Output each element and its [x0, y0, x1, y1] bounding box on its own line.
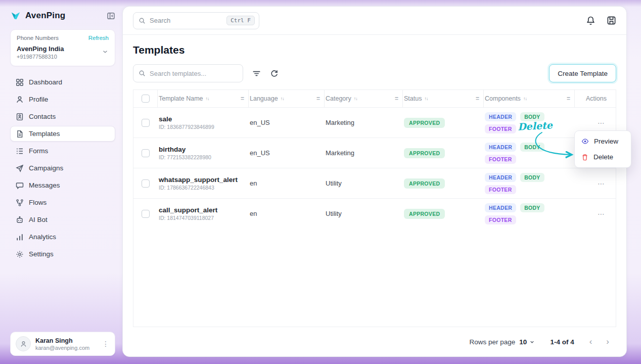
row-actions-icon[interactable]: ⋯ — [575, 179, 616, 188]
sidebar-item-dashboard[interactable]: Dashboard — [10, 74, 115, 90]
template-name: birthday — [159, 146, 245, 153]
sort-icon[interactable]: ↑↓ — [206, 96, 209, 101]
dashboard-icon — [16, 78, 24, 86]
row-checkbox[interactable] — [142, 179, 150, 188]
sidebar-item-analytics[interactable]: Analytics — [10, 229, 115, 245]
status-badge: APPROVED — [404, 178, 445, 189]
template-name: sale — [159, 115, 245, 123]
template-category: Utility — [325, 179, 403, 187]
column-header-template-name[interactable]: Template Name ↑↓ = — [158, 90, 249, 107]
sidebar-item-ai-bot[interactable]: AI Bot — [10, 212, 115, 228]
column-header-language[interactable]: Language ↑↓ = — [249, 90, 325, 107]
main-panel: Ctrl F Templates — [122, 6, 627, 357]
chevron-down-icon — [529, 339, 535, 345]
sidebar-collapse-icon[interactable] — [107, 12, 115, 20]
notifications-bell-icon[interactable] — [586, 16, 596, 25]
avatar — [16, 336, 31, 351]
account-selector[interactable]: AvenPing India +919877588310 — [17, 45, 109, 60]
column-handle-icon[interactable]: = — [395, 95, 398, 102]
sidebar: AvenPing Phone Numbers Refresh AvenPing … — [0, 0, 121, 364]
template-language: en_US — [249, 119, 325, 126]
campaigns-icon — [16, 164, 24, 172]
component-badge-footer: FOOTER — [485, 124, 516, 133]
annotation-arrow — [526, 130, 576, 159]
brand-row: AvenPing — [10, 10, 115, 21]
select-all-checkbox[interactable] — [142, 95, 150, 103]
status-badge: APPROVED — [404, 148, 445, 158]
component-badge-header: HEADER — [485, 112, 516, 121]
page: AvenPing Phone Numbers Refresh AvenPing … — [0, 0, 641, 364]
column-handle-icon[interactable]: = — [476, 95, 479, 102]
chevron-down-icon — [102, 48, 109, 57]
refresh-link[interactable]: Refresh — [88, 35, 109, 41]
template-language: en — [249, 179, 325, 187]
sidebar-item-flows[interactable]: Flows — [10, 195, 115, 210]
sidebar-item-profile[interactable]: Profile — [10, 92, 115, 107]
sidebar-item-label: Messages — [29, 181, 60, 189]
component-badge-header: HEADER — [485, 143, 516, 152]
status-badge: APPROVED — [404, 118, 445, 128]
sidebar-item-templates[interactable]: Templates — [10, 126, 115, 142]
template-search-input[interactable] — [150, 70, 238, 77]
context-menu-preview[interactable]: Preview — [575, 133, 631, 149]
sort-icon[interactable]: ↑↓ — [354, 96, 357, 101]
next-page-icon[interactable]: › — [606, 337, 609, 347]
row-checkbox[interactable] — [142, 149, 150, 157]
column-handle-icon[interactable]: = — [241, 95, 244, 102]
sidebar-item-settings[interactable]: Settings — [10, 246, 115, 262]
sidebar-item-label: Analytics — [29, 233, 56, 241]
row-checkbox[interactable] — [142, 210, 150, 218]
account-number: +919877588310 — [17, 54, 64, 60]
sidebar-item-messages[interactable]: Messages — [10, 177, 115, 193]
column-handle-icon[interactable]: = — [316, 95, 320, 102]
template-id: ID: 1786636722246843 — [159, 185, 245, 191]
messages-icon — [16, 181, 24, 190]
create-template-button[interactable]: Create Template — [549, 64, 616, 82]
component-badge-footer: FOOTER — [485, 155, 516, 164]
refresh-icon[interactable] — [270, 69, 279, 78]
controls-row: Create Template — [133, 64, 616, 82]
sort-icon[interactable]: ↑↓ — [281, 96, 284, 101]
page-title: Templates — [133, 44, 616, 56]
phone-number-card: Phone Numbers Refresh AvenPing India +91… — [10, 29, 115, 66]
sidebar-item-forms[interactable]: Forms — [10, 143, 115, 159]
sidebar-item-label: Settings — [29, 250, 54, 258]
row-actions-icon[interactable]: ⋯ — [575, 210, 616, 218]
sidebar-item-label: Profile — [29, 96, 48, 103]
column-header-status[interactable]: Status ↑↓ = — [403, 90, 484, 107]
table-row[interactable]: call_support_alert ID: 1814747039118027 … — [133, 198, 616, 229]
profile-icon — [16, 96, 24, 104]
global-search-input[interactable] — [150, 17, 222, 24]
sort-icon[interactable]: ↑↓ — [523, 96, 527, 101]
saved-templates-icon[interactable] — [607, 16, 616, 25]
global-search[interactable]: Ctrl F — [133, 12, 259, 29]
row-actions-icon[interactable]: ⋯ — [575, 119, 616, 127]
keyboard-shortcut: Ctrl F — [226, 16, 255, 25]
column-header-category[interactable]: Category ↑↓ = — [325, 90, 403, 107]
sort-icon[interactable]: ↑↓ — [424, 96, 428, 101]
brand-name: AvenPing — [25, 11, 65, 21]
table-row[interactable]: whatsapp_support_alert ID: 1786636722246… — [133, 168, 616, 198]
row-checkbox[interactable] — [142, 119, 150, 127]
rows-per-page-select[interactable]: 10 — [519, 338, 535, 346]
template-id: ID: 1836877923846899 — [159, 124, 245, 130]
template-name: whatsapp_support_alert — [159, 176, 245, 184]
context-menu-delete[interactable]: Delete — [575, 149, 631, 165]
template-id: ID: 772153382228980 — [159, 154, 245, 160]
template-category: Utility — [325, 210, 403, 217]
menu-item-label: Delete — [593, 153, 613, 161]
filter-icon[interactable] — [252, 69, 261, 78]
user-menu-icon[interactable]: ⋮ — [102, 340, 110, 348]
column-handle-icon[interactable]: = — [567, 95, 570, 102]
template-id: ID: 1814747039118027 — [159, 215, 245, 221]
flows-icon — [16, 199, 24, 207]
sidebar-item-campaigns[interactable]: Campaigns — [10, 160, 115, 176]
template-search[interactable] — [133, 64, 243, 82]
template-category: Marketing — [325, 119, 403, 126]
eye-icon — [581, 138, 589, 145]
user-card[interactable]: Karan Singh karan@avenping.com ⋮ — [10, 332, 115, 356]
sidebar-item-contacts[interactable]: Contacts — [10, 109, 115, 124]
templates-content: Templates Create Template — [123, 35, 626, 356]
previous-page-icon[interactable]: ‹ — [589, 337, 592, 347]
column-header-components[interactable]: Components ↑↓ = — [484, 90, 575, 107]
